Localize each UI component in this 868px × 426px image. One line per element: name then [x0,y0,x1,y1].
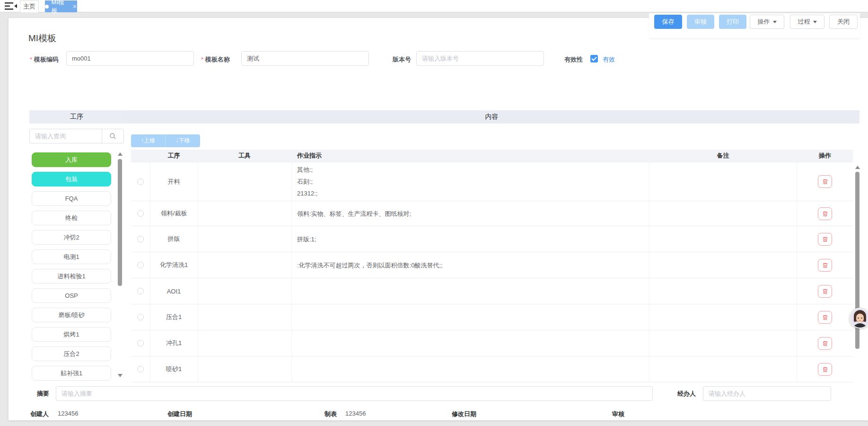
process-item-moban[interactable]: 磨板/喷砂 [32,308,111,322]
trash-icon [822,366,828,373]
summary-label: 摘要 [37,390,49,398]
cell-instructions: 拼版:1; [297,233,316,245]
table-row: 领料/裁板 领料:实物、标签、生产流程卡、图纸核对; [131,201,853,226]
process-search-button[interactable] [102,129,124,143]
tabulator-value: 123456 [345,410,366,417]
close-button[interactable]: 关闭 [829,15,858,29]
table-header-row: 工序 工具 作业指示 备注 操作 [131,150,853,162]
search-icon [109,133,116,140]
validity-checkbox-label: 有效 [603,55,615,64]
delete-row-button[interactable] [818,285,832,298]
content-pane-header: 内容 [124,110,859,124]
table-row: AOI1 [131,278,853,304]
move-up-button[interactable]: ↑上移 [131,134,166,147]
process-list-scrollbar[interactable] [117,151,123,381]
table-row: 化学清洗1 :化学清洗不可超过两次，否则以面积倍数:0酸洗替代;; [131,252,853,278]
save-button[interactable]: 保存 [654,15,682,29]
row-radio[interactable] [137,178,144,185]
cell-process: 喷砂1 [150,356,198,382]
cell-tool [198,330,292,356]
operation-dropdown-button[interactable]: 操作 [750,15,784,29]
col-remark: 备注 [649,150,797,162]
table-row: 冲孔1 [131,330,853,356]
cell-tool [198,162,292,201]
process-item-tiebuqiang1[interactable]: 贴补强1 [32,366,111,381]
cell-remark [649,278,797,304]
menu-fold-icon[interactable] [5,2,17,10]
trash-icon [822,314,828,320]
process-item-zhongjian[interactable]: 终检 [32,211,111,225]
scrollbar-thumb[interactable] [118,159,122,286]
process-item-yahe2[interactable]: 压合2 [32,346,111,361]
tab-home[interactable]: 主页 [20,0,39,12]
top-tab-bar: 主页 MI模板 ✕ [0,0,868,12]
process-search-input[interactable] [29,129,102,143]
audit-button[interactable]: 审核 [687,15,714,29]
process-dropdown-label: 过程 [798,18,810,26]
scroll-down-icon[interactable] [118,374,123,377]
version-label: 版本号 [393,55,411,64]
process-item-jinliao1[interactable]: 进料检验1 [32,269,111,284]
col-instructions: 作业指示 [292,150,649,162]
delete-row-button[interactable] [818,259,832,272]
process-list: 入库 包装 FQA 终检 冲切2 电测1 进料检验1 OSP 磨板/喷砂 烘烤1… [32,152,111,382]
process-pane-title: 工序 [70,113,83,121]
process-item-diance1[interactable]: 电测1 [32,249,111,264]
content-table: 工序 工具 作业指示 备注 操作 开料 其他:; 石刻:; 21312:; 领料… [131,150,853,383]
delete-row-button[interactable] [818,363,832,376]
avatar-girl-icon [850,309,868,328]
row-radio[interactable] [137,288,144,294]
creator-label: 创建人 [30,410,49,418]
tab-mi-template[interactable]: MI模板 ✕ [45,0,77,12]
cell-instructions: 领料:实物、标签、生产流程卡、图纸核对; [297,208,411,220]
delete-row-button[interactable] [818,233,832,246]
scroll-up-icon[interactable] [118,152,123,156]
cell-process: 领料/裁板 [150,201,198,226]
template-name-label: 模板名称 [201,55,230,64]
delete-row-button[interactable] [818,337,832,350]
floating-avatar[interactable] [850,308,868,328]
move-button-group: ↑上移 ↓下移 [131,134,200,147]
cell-remark [649,226,797,252]
delete-row-button[interactable] [818,175,832,188]
summary-input[interactable] [56,386,653,401]
move-down-button[interactable]: ↓下移 [166,134,200,147]
agent-input[interactable] [703,386,831,401]
process-item-baozhuang[interactable]: 包装 [32,172,111,186]
version-field[interactable] [416,51,544,66]
template-code-field[interactable] [66,51,194,66]
process-item-ruku[interactable]: 入库 [32,152,111,167]
modify-date-label: 修改日期 [452,410,476,418]
close-tab-icon[interactable]: ✕ [72,4,77,9]
chevron-down-icon [773,21,777,23]
row-radio[interactable] [137,262,144,268]
print-button[interactable]: 打印 [719,15,746,29]
process-item-osp[interactable]: OSP [32,288,111,303]
agent-label: 经办人 [677,390,696,398]
cell-process: 开料 [150,162,198,201]
row-radio[interactable] [137,340,144,346]
process-item-chongqie2[interactable]: 冲切2 [32,230,111,245]
content-pane-title: 内容 [485,113,499,121]
cell-process: AOI1 [150,278,198,304]
cell-process: 化学清洗1 [150,252,198,278]
validity-checkbox[interactable] [590,55,598,62]
process-item-fqa[interactable]: FQA [32,191,111,206]
tabulator-label: 制表 [324,410,337,418]
process-item-hongkao1[interactable]: 烘烤1 [32,327,111,342]
cell-remark [649,162,797,201]
trash-icon [822,262,828,268]
template-name-field[interactable] [241,51,369,66]
cell-remark [649,356,797,382]
row-radio[interactable] [137,236,144,242]
row-radio[interactable] [137,210,144,217]
row-radio[interactable] [137,366,144,373]
table-row: 开料 其他:; 石刻:; 21312:; [131,162,853,201]
table-scrollbar[interactable] [854,162,861,382]
delete-row-button[interactable] [818,207,832,220]
delete-row-button[interactable] [818,311,832,324]
scroll-up-icon[interactable] [855,166,860,169]
process-dropdown-button[interactable]: 过程 [790,15,824,29]
cell-tool [198,304,292,330]
row-radio[interactable] [137,314,144,320]
